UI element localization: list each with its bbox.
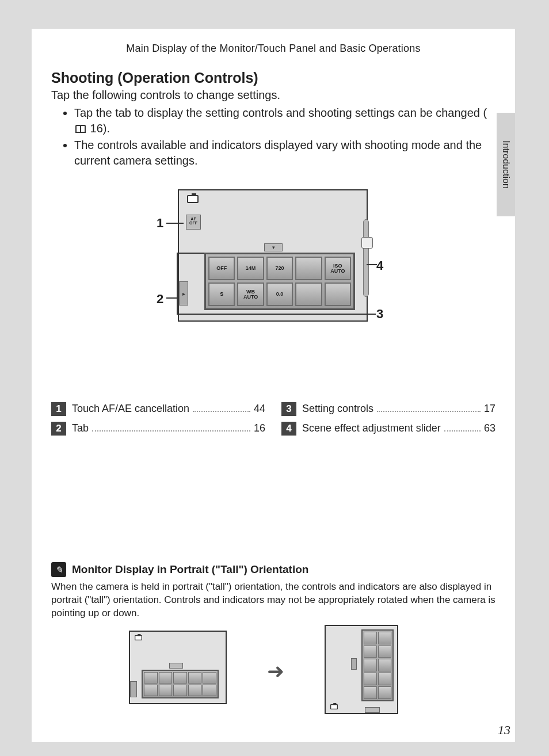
chapter-tab-label: Introduction [501, 140, 511, 189]
blank-cell [295, 282, 322, 306]
camera-icon [187, 195, 199, 203]
legend-column: 1 Touch AF/AE cancellation 44 2 Tab 16 [51, 402, 265, 441]
main-diagram: AF OFF OFF 14M 720 ISO AUTO S WB AUTO 0.… [51, 189, 495, 356]
camera-icon [135, 635, 142, 640]
bullet-item: Tap the tab to display the setting contr… [74, 105, 495, 136]
callout-2: 2 [157, 292, 163, 307]
legend-page-ref: 17 [484, 403, 495, 415]
leader-line [177, 253, 178, 315]
note-title: Monitor Display in Portrait ("Tall") Ori… [72, 563, 308, 576]
tab-handle-icon [264, 243, 283, 251]
note-icon: ✎ [51, 562, 66, 577]
scene-effect-slider [363, 219, 369, 297]
callout-4: 4 [376, 258, 383, 273]
chapter-tab: Introduction [497, 113, 515, 216]
legend-page-ref: 44 [254, 403, 265, 415]
camera-icon [330, 704, 338, 709]
side-tab-icon [179, 281, 188, 306]
legend-entry: 4 Scene effect adjustment slider 63 [281, 422, 495, 436]
white-balance-icon: WB AUTO [237, 282, 264, 306]
continuous-icon: S [208, 282, 235, 306]
landscape-screen [129, 631, 227, 704]
note-body: When the camera is held in portrait ("ta… [51, 581, 495, 620]
bullet-list: Tap the tab to display the setting contr… [51, 105, 495, 169]
callout-3: 3 [376, 307, 383, 322]
manual-page: Main Display of the Monitor/Touch Panel … [32, 29, 515, 742]
section-header: Main Display of the Monitor/Touch Panel … [51, 43, 495, 55]
af-ae-cancel-icon: AF OFF [186, 215, 201, 230]
side-tab-icon [130, 681, 137, 697]
leader-dots [193, 411, 250, 412]
legend-entry: 2 Tab 16 [51, 422, 265, 436]
self-timer-icon: OFF [208, 257, 235, 280]
setup-icon [325, 282, 351, 306]
settings-row: S WB AUTO 0.0 [208, 282, 351, 306]
image-size-icon: 14M [237, 257, 264, 280]
tab-handle-icon [365, 707, 380, 713]
legend-num-box: 1 [51, 402, 66, 416]
legend-entry: 1 Touch AF/AE cancellation 44 [51, 402, 265, 416]
settings-panel [142, 670, 219, 698]
settings-panel [361, 629, 394, 701]
legend-label: Tab [72, 422, 89, 434]
legend-num-box: 2 [51, 422, 66, 436]
note-heading: ✎ Monitor Display in Portrait ("Tall") O… [51, 562, 495, 577]
legend-label: Setting controls [302, 403, 373, 415]
camera-screen: AF OFF OFF 14M 720 ISO AUTO S WB AUTO 0.… [178, 189, 368, 322]
legend-page-ref: 63 [484, 422, 495, 434]
leader-dots [92, 430, 250, 432]
leader-dots [377, 411, 481, 412]
portrait-screen [325, 625, 398, 714]
leader-line [367, 264, 377, 265]
arrow-right-icon: ➜ [267, 659, 284, 684]
legend-page-ref: 16 [254, 422, 265, 434]
lead-paragraph: Tap the following controls to change set… [51, 89, 495, 102]
legend-num-box: 3 [281, 402, 296, 416]
side-tab-icon [351, 658, 357, 670]
callout-1: 1 [157, 216, 163, 231]
legend-label: Touch AF/AE cancellation [72, 403, 189, 415]
leader-line [166, 297, 178, 299]
leader-line [177, 253, 204, 254]
legend-entry: 3 Setting controls 17 [281, 402, 495, 416]
settings-row: OFF 14M 720 ISO AUTO [208, 257, 351, 280]
tab-handle-icon [169, 663, 183, 669]
settings-panel: OFF 14M 720 ISO AUTO S WB AUTO 0.0 [204, 253, 355, 310]
touch-shooting-icon [295, 257, 322, 280]
page-number: 13 [498, 723, 510, 738]
legend-label: Scene effect adjustment slider [302, 422, 441, 434]
iso-icon: ISO AUTO [325, 257, 351, 280]
orientation-diagram: ➜ [51, 631, 495, 723]
page-ref-icon [75, 125, 86, 133]
leader-dots [444, 430, 481, 432]
legend-column: 3 Setting controls 17 4 Scene effect adj… [281, 402, 495, 441]
leader-line [177, 314, 376, 315]
exposure-comp-icon: 0.0 [266, 282, 293, 306]
page-title: Shooting (Operation Controls) [51, 70, 495, 86]
legend-num-box: 4 [281, 422, 296, 436]
leader-line [166, 223, 184, 224]
movie-quality-icon: 720 [266, 257, 293, 280]
callout-legend: 1 Touch AF/AE cancellation 44 2 Tab 16 3… [51, 402, 495, 441]
bullet-item: The controls available and indicators di… [74, 138, 495, 169]
